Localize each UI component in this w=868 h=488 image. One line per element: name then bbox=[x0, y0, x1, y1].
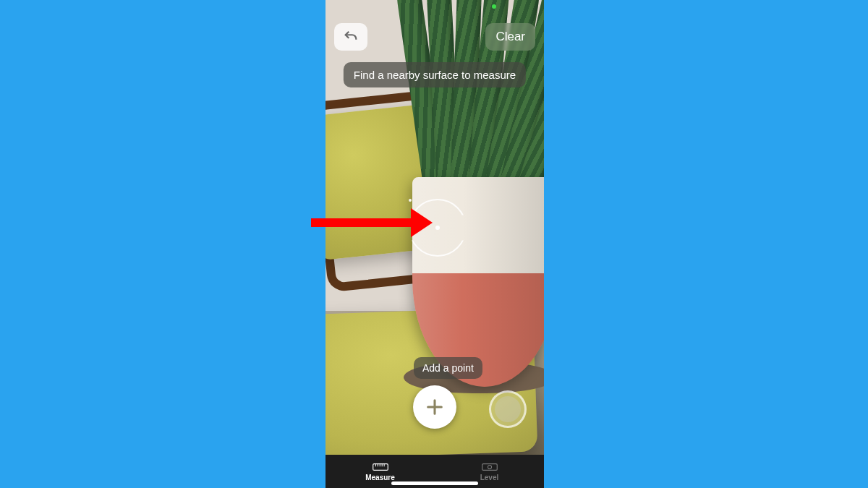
tab-level-label: Level bbox=[480, 474, 499, 481]
shutter-button[interactable] bbox=[489, 390, 527, 428]
phone-frame: Clear Find a nearby surface to measure A… bbox=[326, 0, 544, 488]
tab-measure-label: Measure bbox=[365, 474, 395, 481]
svg-rect-0 bbox=[373, 463, 388, 470]
canvas: Clear Find a nearby surface to measure A… bbox=[0, 0, 868, 488]
surface-hint: Find a nearby surface to measure bbox=[344, 62, 526, 87]
ruler-icon bbox=[373, 462, 388, 472]
add-point-button[interactable] bbox=[413, 385, 456, 429]
plus-icon bbox=[425, 397, 445, 417]
home-indicator[interactable] bbox=[391, 481, 478, 485]
add-point-hint-text: Add a point bbox=[422, 362, 474, 374]
camera-active-indicator bbox=[492, 4, 496, 9]
add-point-hint: Add a point bbox=[414, 357, 482, 379]
svg-point-2 bbox=[488, 465, 491, 468]
svg-rect-1 bbox=[482, 463, 497, 470]
undo-button[interactable] bbox=[334, 23, 367, 51]
clear-button-label: Clear bbox=[495, 30, 525, 44]
clear-button[interactable]: Clear bbox=[485, 23, 535, 51]
level-icon bbox=[482, 462, 498, 472]
surface-hint-text: Find a nearby surface to measure bbox=[354, 69, 516, 81]
camera-viewport[interactable]: Clear Find a nearby surface to measure A… bbox=[326, 0, 544, 455]
undo-icon bbox=[343, 29, 359, 45]
